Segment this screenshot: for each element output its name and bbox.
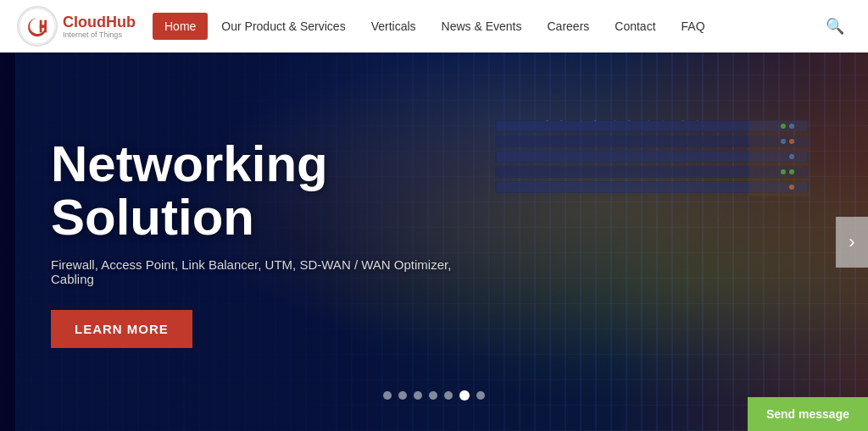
svg-rect-3: [40, 25, 47, 28]
logo-text: CloudHub Internet of Things: [63, 14, 136, 39]
logo-brand: CloudHub: [63, 14, 136, 30]
carousel-dot-3[interactable]: [414, 391, 422, 400]
nav-news[interactable]: News & Events: [430, 13, 534, 40]
carousel-dot-5[interactable]: [444, 391, 453, 400]
hero-left-strip: [0, 52, 15, 431]
nav-contact[interactable]: Contact: [603, 13, 667, 40]
carousel-dot-4[interactable]: [429, 391, 437, 400]
carousel-dot-7[interactable]: [476, 391, 485, 400]
carousel-dot-2[interactable]: [398, 391, 407, 400]
carousel-dots: [383, 390, 485, 401]
send-message-button[interactable]: Send message: [748, 397, 868, 431]
nav-verticals[interactable]: Verticals: [359, 13, 428, 40]
hero-subtitle: Firewall, Access Point, Link Balancer, U…: [51, 257, 475, 286]
main-nav: Home Our Product & Services Verticals Ne…: [153, 13, 851, 40]
hero-content: Networking Solution Firewall, Access Poi…: [51, 137, 475, 348]
carousel-dot-6[interactable]: [459, 390, 470, 401]
hero-section: Networking Solution Firewall, Access Poi…: [0, 52, 868, 431]
logo[interactable]: CloudHub Internet of Things: [17, 6, 136, 47]
chevron-right-icon: ›: [849, 231, 854, 253]
svg-point-0: [19, 8, 55, 44]
svg-rect-32: [749, 120, 809, 196]
hero-title: Networking Solution: [51, 137, 475, 244]
nav-careers[interactable]: Careers: [536, 13, 602, 40]
nav-products[interactable]: Our Product & Services: [209, 13, 357, 40]
learn-more-button[interactable]: LEARN MORE: [51, 310, 192, 348]
logo-tagline: Internet of Things: [63, 31, 136, 39]
nav-faq[interactable]: FAQ: [670, 13, 717, 40]
header: CloudHub Internet of Things Home Our Pro…: [0, 0, 868, 52]
nav-home[interactable]: Home: [153, 13, 208, 40]
server-rack-decoration: [495, 120, 817, 290]
carousel-next-arrow[interactable]: ›: [836, 217, 868, 268]
search-icon[interactable]: 🔍: [819, 14, 851, 39]
logo-icon: [17, 6, 58, 47]
carousel-dot-1[interactable]: [383, 391, 392, 400]
